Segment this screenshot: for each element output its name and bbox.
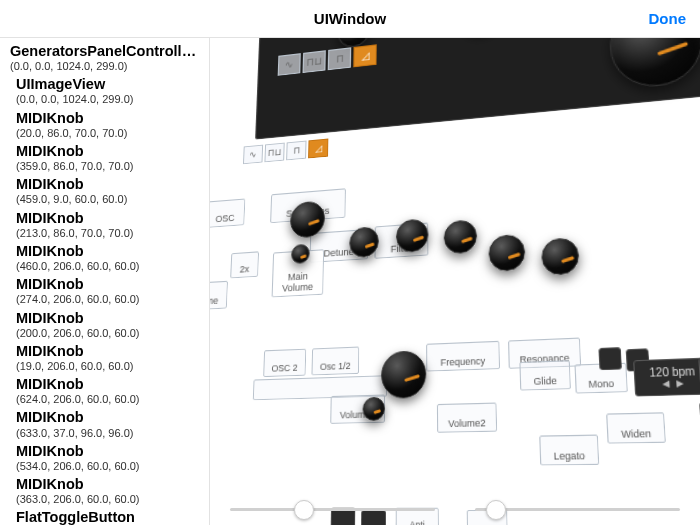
tree-item[interactable]: UIImageView(0.0, 0.0, 1024.0, 299.0) <box>16 75 203 106</box>
tree-item-name: MIDIKnob <box>16 175 203 193</box>
twox-plate[interactable]: 2x <box>230 251 259 278</box>
body: GeneratorsPanelController (UIVi… (0.0, 0… <box>0 38 700 525</box>
lbl-widen: Widen <box>613 428 660 441</box>
tree-item-frame: (20.0, 86.0, 70.0, 70.0) <box>16 127 203 140</box>
titlebar: UIWindow Done <box>0 0 700 38</box>
osc-plate[interactable]: OSC <box>210 198 245 228</box>
tree-item[interactable]: MIDIKnob(200.0, 206.0, 60.0, 60.0) <box>16 309 203 340</box>
tree-item-name: MIDIKnob <box>16 342 203 360</box>
tree-item-frame: (0.0, 0.0, 1024.0, 299.0) <box>10 60 203 73</box>
glide-plate[interactable]: Glide <box>519 360 571 391</box>
tree-item[interactable]: MIDIKnob(213.0, 86.0, 70.0, 70.0) <box>16 209 203 240</box>
legato-plate[interactable]: Legato <box>539 435 599 466</box>
tree-item[interactable]: FlatToggleButton(95.0, 246.0, 34.0, 36.0… <box>16 508 203 525</box>
hierarchy-sidebar[interactable]: GeneratorsPanelController (UIVi… (0.0, 0… <box>0 38 210 525</box>
bpm-value: 120 bpm <box>649 365 695 379</box>
lbl-frequency: Frequency <box>431 355 494 368</box>
lbl-vol2: Volume2 <box>442 417 491 429</box>
tree-item[interactable]: MIDIKnob(624.0, 206.0, 60.0, 60.0) <box>16 375 203 406</box>
tree-item-frame: (633.0, 37.0, 96.0, 96.0) <box>16 427 203 440</box>
tree-item-name: MIDIKnob <box>16 109 203 127</box>
tree-item-frame: (460.0, 206.0, 60.0, 60.0) <box>16 260 203 273</box>
frequency-plate[interactable]: Frequency <box>426 341 500 372</box>
saw-wave-icon[interactable]: ◿ <box>353 44 377 67</box>
tree-item[interactable]: MIDIKnob(359.0, 86.0, 70.0, 70.0) <box>16 142 203 173</box>
tree-item-name: MIDIKnob <box>16 442 203 460</box>
pulse-wave-icon[interactable]: ⊓ <box>328 47 351 70</box>
lbl-volume: Volume <box>210 295 222 308</box>
tree-item[interactable]: MIDIKnob(19.0, 206.0, 60.0, 60.0) <box>16 342 203 373</box>
tree-item[interactable]: MIDIKnob(633.0, 37.0, 96.0, 96.0) <box>16 408 203 439</box>
tree-item-name: MIDIKnob <box>16 309 203 327</box>
square-wave-icon[interactable]: ⊓⊔ <box>264 143 284 163</box>
tree-item-frame: (0.0, 0.0, 1024.0, 299.0) <box>16 93 203 106</box>
toggle-button[interactable] <box>598 347 622 370</box>
tree-item-frame: (459.0, 9.0, 60.0, 60.0) <box>16 193 203 206</box>
tree-item-name: UIImageView <box>16 75 203 93</box>
tree-item-name: MIDIKnob <box>16 475 203 493</box>
tri-wave-icon[interactable]: ∿ <box>278 53 301 76</box>
tree-item-frame: (213.0, 86.0, 70.0, 70.0) <box>16 227 203 240</box>
knob[interactable] <box>381 350 426 399</box>
tree-item[interactable]: MIDIKnob(459.0, 9.0, 60.0, 60.0) <box>16 175 203 206</box>
square-wave-icon[interactable]: ⊓⊔ <box>303 50 326 73</box>
knob[interactable] <box>488 234 525 272</box>
zoom-slider[interactable] <box>230 508 435 511</box>
stage: ∿ ⊓⊔ ⊓ ◿ SE ∿ ⊓⊔ ⊓ ◿ <box>210 38 700 475</box>
tree-item-frame: (624.0, 206.0, 60.0, 60.0) <box>16 393 203 406</box>
volume-plate[interactable]: Volume <box>210 281 228 311</box>
osc2-plate[interactable]: OSC 2 <box>263 349 306 377</box>
pulse-wave-icon[interactable]: ⊓ <box>286 140 306 160</box>
bpm-arrows[interactable]: ◀▶ <box>662 378 684 389</box>
tree-item-name: MIDIKnob <box>16 142 203 160</box>
tree-item-name: MIDIKnob <box>16 275 203 293</box>
inspector-sliders <box>210 508 700 511</box>
tree-item-frame: (200.0, 206.0, 60.0, 60.0) <box>16 327 203 340</box>
tree-item[interactable]: GeneratorsPanelController (UIVi… (0.0, 0… <box>10 42 203 525</box>
tree-item-name: MIDIKnob <box>16 209 203 227</box>
layer-stack: ∿ ⊓⊔ ⊓ ◿ SE ∿ ⊓⊔ ⊓ ◿ <box>220 38 700 484</box>
lbl-mainvol: Main Volume <box>277 271 319 294</box>
lbl-2x: 2x <box>235 263 253 275</box>
tree-item-name: FlatToggleButton <box>16 508 203 525</box>
tree-item[interactable]: MIDIKnob(274.0, 206.0, 60.0, 60.0) <box>16 275 203 306</box>
debug-canvas[interactable]: ∿ ⊓⊔ ⊓ ◿ SE ∿ ⊓⊔ ⊓ ◿ <box>210 38 700 525</box>
toggle-button[interactable] <box>361 510 386 525</box>
done-button[interactable]: Done <box>649 0 687 37</box>
wave-selector[interactable]: ∿ ⊓⊔ ⊓ ◿ <box>243 138 329 164</box>
lbl-glide: Glide <box>525 375 565 387</box>
tri-wave-icon[interactable]: ∿ <box>243 145 263 165</box>
knob[interactable] <box>541 237 580 276</box>
tree-item[interactable]: MIDIKnob(460.0, 206.0, 60.0, 60.0) <box>16 242 203 273</box>
osc12-plate[interactable]: Osc 1/2 <box>311 347 359 376</box>
tree-item-name: MIDIKnob <box>16 408 203 426</box>
window-title: UIWindow <box>314 10 386 27</box>
spacing-slider[interactable] <box>475 508 680 511</box>
lbl-antialias: Anti Aliasing <box>401 521 435 525</box>
tree-item[interactable]: MIDIKnob(363.0, 206.0, 60.0, 60.0) <box>16 475 203 506</box>
tree-item-name: GeneratorsPanelController (UIVi… <box>10 42 203 60</box>
tree-item-name: MIDIKnob <box>16 375 203 393</box>
knob[interactable] <box>444 219 478 254</box>
lbl-osc: OSC <box>210 212 240 224</box>
widen-plate[interactable]: Widen <box>606 412 666 443</box>
saw-wave-icon[interactable]: ◿ <box>308 138 329 158</box>
tree-item-frame: (274.0, 206.0, 60.0, 60.0) <box>16 293 203 306</box>
bpm-display[interactable]: 120 bpm ◀▶ <box>633 358 700 397</box>
tree-item[interactable]: MIDIKnob(20.0, 86.0, 70.0, 70.0) <box>16 109 203 140</box>
lbl-osc2: OSC 2 <box>268 362 301 374</box>
tree-item-name: MIDIKnob <box>16 242 203 260</box>
lbl-legato: Legato <box>545 450 593 462</box>
vol2-plate[interactable]: Volume2 <box>437 403 497 433</box>
lbl-osc12: Osc 1/2 <box>316 360 354 372</box>
tree-item[interactable]: MIDIKnob(534.0, 206.0, 60.0, 60.0) <box>16 442 203 473</box>
tree-item-frame: (534.0, 206.0, 60.0, 60.0) <box>16 460 203 473</box>
tree-item-frame: (19.0, 206.0, 60.0, 60.0) <box>16 360 203 373</box>
tree-item-frame: (359.0, 86.0, 70.0, 70.0) <box>16 160 203 173</box>
lbl-mono: Mono <box>581 378 622 391</box>
tree-item-frame: (363.0, 206.0, 60.0, 60.0) <box>16 493 203 506</box>
